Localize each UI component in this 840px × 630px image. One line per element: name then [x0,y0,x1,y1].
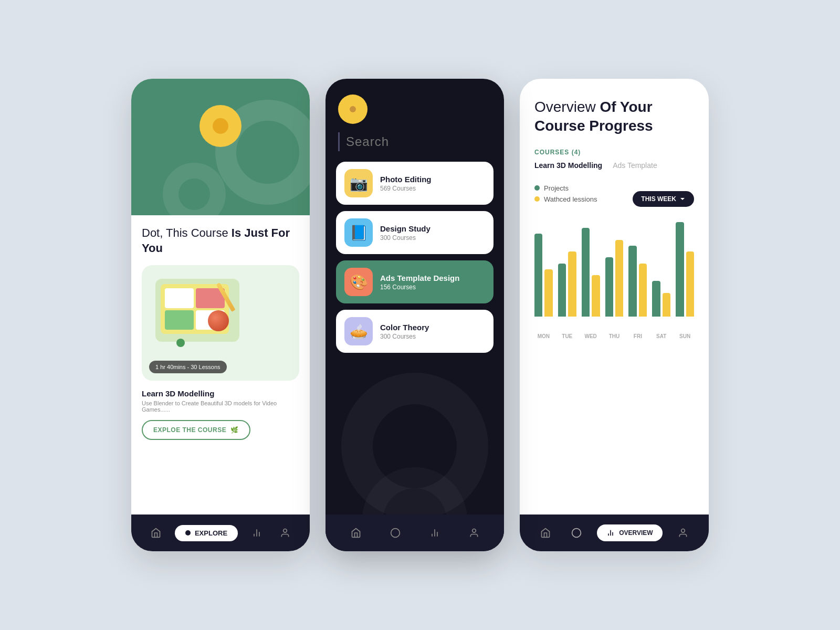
chart-label-sun: SUN [676,333,694,339]
bar-green-mon [534,234,542,317]
home-icon[interactable] [345,522,366,543]
profile-icon[interactable] [673,522,694,543]
overview-label: OVERVIEW [619,529,653,537]
course-count: 156 Courses [380,284,459,291]
chart-label-wed: WED [582,333,600,339]
course-info: Color Theory 300 Courses [380,323,429,340]
avatar [200,105,242,147]
svg-point-3 [572,529,581,538]
phone2-header [326,79,504,132]
bar-yellow-wed [592,275,600,317]
bar-green-tue [558,264,566,317]
bar-green-thu [605,257,613,317]
legend-dot-yellow [534,196,540,202]
tile3 [165,310,194,330]
chart-group-fri [628,246,647,317]
tile1 [165,288,194,308]
profile-icon[interactable] [276,523,295,542]
bar-green-wed [582,228,590,317]
ads-icon: 🎨 [344,268,373,296]
course-badge: 1 hr 40mins - 30 Lessons [149,361,227,373]
nav-active-label: EXPLORE [195,529,227,537]
search-bar [338,132,491,151]
legend-row: Projects Wathced lessions THIS WEEK [534,184,694,214]
chart-group-mon [534,234,553,317]
explore-button[interactable]: EXPLOE THE COURSE 🌿 [142,420,250,440]
this-week-button[interactable]: THIS WEEK [633,191,694,207]
course-ads-template[interactable]: 🎨 Ads Template Design 156 Courses [336,260,494,303]
courses-label: COURSES (4) [534,149,694,156]
bar-yellow-sat [663,293,670,317]
course-title: Learn 3D Modelling [142,389,299,398]
chat-icon[interactable] [385,522,406,543]
bar-yellow-mon [544,269,552,317]
tab-learn3d[interactable]: Learn 3D Modelling [534,161,602,172]
course-info: Photo Editing 569 Courses [380,175,431,192]
legend-watched: Wathced lessions [534,195,597,203]
svg-point-1 [391,529,400,538]
svg-point-0 [284,529,287,533]
home-icon[interactable] [535,522,556,543]
course-photo-editing[interactable]: 📷 Photo Editing 569 Courses [336,162,494,205]
phone1-nav: EXPLORE [131,514,310,551]
chart-group-thu [605,240,624,317]
phone3: Overview Of YourCourse Progress COURSES … [520,79,709,551]
bar-green-sat [652,281,660,317]
home-icon[interactable] [146,523,165,542]
photo-icon: 📷 [344,169,373,197]
explore-nav-item[interactable]: EXPLORE [175,525,238,541]
chart-label-thu: THU [605,333,624,339]
courses-list: 📷 Photo Editing 569 Courses 📘 Design Stu… [326,162,504,514]
avatar-inner [213,118,228,134]
bar-yellow-tue [568,251,576,317]
greeting-light: Dot, This Course [142,226,232,239]
chart-legend: Projects Wathced lessions [534,184,597,203]
chat-icon[interactable] [566,522,587,543]
phone1: Dot, This Course Is Just For You 1 hr 40… [131,79,310,551]
bar-green-fri [628,246,636,317]
profile-icon[interactable] [464,522,485,543]
phones-container: Dot, This Course Is Just For You 1 hr 40… [110,58,730,572]
course-card[interactable]: 1 hr 40mins - 30 Lessons [142,265,299,381]
overview-nav-item[interactable]: OVERVIEW [597,524,662,541]
course-count: 300 Courses [380,234,430,242]
chart-icon[interactable] [424,522,445,543]
bar-yellow-fri [639,264,647,317]
title-light: Overview [534,99,600,115]
course-color-theory[interactable]: 🥧 Color Theory 300 Courses [336,310,494,353]
search-input[interactable] [338,132,491,151]
svg-point-4 [681,529,685,533]
chart-label-fri: FRI [628,333,647,339]
chart-icon[interactable] [247,523,266,542]
phone3-nav: OVERVIEW [520,514,709,551]
course-illustration [150,274,291,358]
phone2: 📷 Photo Editing 569 Courses 📘 Design Stu… [326,79,504,551]
phone1-body: Dot, This Course Is Just For You 1 hr 40… [131,215,310,514]
course-design-study[interactable]: 📘 Design Study 300 Courses [336,211,494,254]
page-title: Overview Of YourCourse Progress [534,98,694,136]
chart-group-sat [652,281,670,317]
illus-dot [176,339,185,347]
course-name: Photo Editing [380,175,431,184]
explore-label: EXPLOE THE COURSE [153,426,226,434]
legend-label: Wathced lessions [544,195,597,203]
svg-point-2 [472,529,476,533]
chart-group-sun [676,222,694,317]
plant-icon: 🌿 [230,426,239,434]
bg-circle2 [163,163,226,215]
chart-day-labels: MONTUEWEDTHUFRISATSUN [534,333,694,339]
bar-yellow-thu [615,240,623,317]
course-name: Ads Template Design [380,274,459,282]
design-icon: 📘 [344,218,373,247]
course-tabs: Learn 3D Modelling Ads Template [534,161,694,172]
color-icon: 🥧 [344,317,373,345]
bar-chart [534,224,694,329]
phone1-header [131,79,310,215]
tab-ads-template[interactable]: Ads Template [613,161,657,172]
course-count: 300 Courses [380,333,429,340]
bar-green-sun [676,222,684,317]
chart-label-tue: TUE [558,333,576,339]
course-desc: Use Blender to Create Beautiful 3D model… [142,400,299,413]
bar-yellow-sun [686,251,694,317]
course-name: Design Study [380,224,430,233]
